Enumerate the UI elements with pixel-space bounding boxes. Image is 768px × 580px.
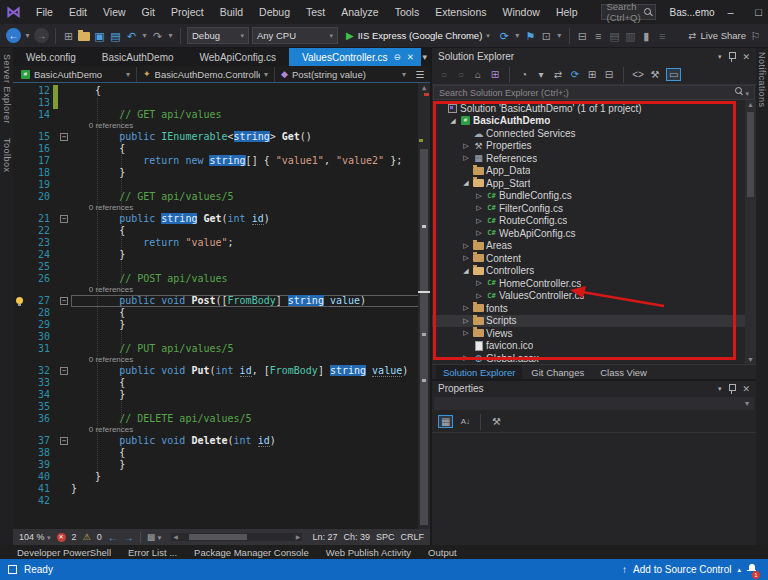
tree-item-webapiconfig-cs[interactable]: ▷C#WebApiConfig.cs (432, 227, 756, 240)
diff-margin-icon[interactable]: ▩ ▾ (147, 532, 162, 542)
start-debugging-button[interactable]: ▶IIS Express (Google Chrome)▾ (341, 30, 495, 41)
tree-item-content[interactable]: ▷Content (432, 252, 756, 265)
scroll-left-icon[interactable]: ◀ (173, 533, 178, 541)
switch-views-icon[interactable]: ⊞ (489, 69, 501, 80)
overflow-icon[interactable]: ≡ (656, 27, 669, 45)
tree-item-global-asax[interactable]: ▷⊕Global.asax (432, 352, 756, 364)
menu-tools[interactable]: Tools (388, 4, 427, 20)
warnings-icon[interactable]: ⚠ (83, 532, 91, 542)
bottom-tab-output[interactable]: Output (421, 547, 464, 558)
properties-wrench-icon[interactable]: ⚒ (649, 69, 661, 80)
expanded-icon[interactable]: ◢ (461, 267, 471, 275)
redo-caret[interactable]: ▾ (167, 27, 174, 45)
home-icon[interactable]: ⌂ (472, 69, 484, 80)
tree-item-favicon-ico[interactable]: favicon.ico (432, 340, 756, 353)
nav-project-dropdown[interactable]: # BasicAuthDemo▾ (15, 67, 137, 82)
code-editor[interactable]: 12 {1314 // GET api/values 0 references1… (13, 83, 430, 529)
nav-member-dropdown[interactable]: ◆ Post(string value)▾ (275, 67, 412, 82)
menu-project[interactable]: Project (164, 4, 211, 20)
outline-icon[interactable]: ⊟ (576, 27, 589, 45)
collapsed-icon[interactable]: ▷ (474, 192, 484, 200)
open-file-icon[interactable] (78, 32, 90, 41)
chevron-up-icon[interactable]: ▴ (737, 566, 741, 574)
expanded-icon[interactable]: ◢ (448, 117, 458, 125)
warning-count[interactable]: 0 (97, 532, 102, 542)
feedback-icon[interactable]: ⚐ (749, 27, 762, 45)
notifications-button[interactable]: 1 (747, 564, 756, 576)
bottom-tab-developer-powershell[interactable]: Developer PowerShell (10, 547, 118, 558)
uncomment-icon[interactable]: ▥ (624, 27, 637, 45)
properties-object-dropdown[interactable]: ▾ (434, 397, 754, 410)
refresh-caret[interactable]: ▾ (514, 27, 521, 45)
navigate-forward-icon[interactable]: → (124, 532, 134, 543)
comment-icon[interactable]: ▤ (608, 27, 621, 45)
window-position-dropdown-icon[interactable]: ▾ (718, 385, 722, 393)
editor-horizontal-scrollbar[interactable]: ◀ ▶ (171, 533, 302, 541)
indent-icon[interactable]: ≡ (592, 27, 605, 45)
scrollbar-thumb[interactable] (420, 149, 428, 525)
editor-vertical-scrollbar[interactable]: ▲ (418, 83, 430, 529)
collapsed-icon[interactable]: ▷ (474, 229, 484, 237)
categorized-icon[interactable]: ▦ (438, 415, 453, 428)
close-icon[interactable]: ✕ (742, 52, 750, 62)
collapsed-icon[interactable]: ▷ (461, 154, 471, 162)
collapsed-icon[interactable]: ▷ (474, 217, 484, 225)
nav-forward-icon[interactable]: → (34, 28, 49, 43)
collapsed-icon[interactable]: ▷ (461, 354, 471, 362)
quick-search-box[interactable]: Search (Ctrl+Q) (601, 4, 656, 20)
panel-tab-solution-explorer[interactable]: Solution Explorer (436, 365, 522, 379)
scroll-up-icon[interactable]: ▲ (745, 101, 756, 108)
doc-tab-basicauthdemo[interactable]: BasicAuthDemo (89, 48, 187, 66)
tree-item-views[interactable]: ▷Views (432, 327, 756, 340)
tab-list-dropdown-icon[interactable]: ▼ (421, 53, 429, 62)
browser-preview-icon[interactable]: ⊡ (540, 27, 553, 45)
forward-circle-icon[interactable]: ○ (455, 69, 467, 80)
pin-icon[interactable] (728, 384, 735, 394)
tree-item-basicauthdemo[interactable]: ◢#BasicAuthDemo (432, 115, 756, 128)
pin-icon[interactable] (728, 52, 735, 62)
pending-caret[interactable]: ▾ (535, 69, 547, 80)
tree-item-controllers[interactable]: ◢Controllers (432, 265, 756, 278)
view-code-icon[interactable]: <> (632, 69, 644, 80)
collapse-icon[interactable]: − (60, 215, 68, 223)
lightbulb-icon[interactable] (16, 297, 23, 304)
solution-explorer-search-box[interactable]: Search Solution Explorer (Ctrl+;) ▾ (433, 85, 755, 100)
tree-item-homecontroller-cs[interactable]: ▷C#HomeController.cs (432, 277, 756, 290)
collapsed-icon[interactable]: ▷ (461, 254, 471, 262)
collapsed-icon[interactable]: ▷ (474, 292, 484, 300)
nav-type-dropdown[interactable]: ✦ BasicAuthDemo.Controllers.\▾ (137, 67, 275, 82)
collapse-icon[interactable]: − (60, 297, 68, 305)
scroll-up-icon[interactable]: ▲ (418, 84, 430, 92)
side-tab-notifications[interactable]: Notifications (757, 52, 767, 108)
tree-item-solution-basicauthdemo-1-of-1-project-[interactable]: Solution 'BasicAuthDemo' (1 of 1 project… (432, 102, 756, 115)
preview-toggle-icon[interactable]: ▭ (666, 68, 681, 81)
menu-file[interactable]: File (29, 4, 60, 20)
nav-back-icon[interactable]: ← (6, 28, 21, 43)
save-icon[interactable]: ▣ (93, 27, 106, 45)
bookmark-icon[interactable]: ▮ (640, 27, 653, 45)
scrollbar-thumb[interactable] (747, 112, 754, 197)
undo-icon[interactable]: ↶ (125, 27, 138, 45)
bottom-tab-error-list-[interactable]: Error List ... (121, 547, 184, 558)
pin-icon[interactable]: ⊖ (394, 52, 401, 62)
tree-item-scripts[interactable]: ▷Scripts (432, 315, 756, 328)
redo-icon[interactable]: ↷ (151, 27, 164, 45)
collapsed-icon[interactable]: ▷ (461, 142, 471, 150)
menu-build[interactable]: Build (213, 4, 250, 20)
tree-scrollbar[interactable]: ▲ ▼ (745, 100, 756, 364)
nest-files-icon[interactable]: ⊞ (586, 69, 598, 80)
back-circle-icon[interactable]: ○ (438, 69, 450, 80)
debug-configuration-dropdown[interactable]: Debug▾ (187, 27, 249, 44)
property-pages-icon[interactable]: ⚒ (490, 416, 502, 427)
split-window-button[interactable]: ☰ (412, 69, 428, 80)
doc-tab-web-config[interactable]: Web.config (13, 48, 89, 66)
tree-item-app-start[interactable]: ◢App_Start (432, 177, 756, 190)
error-count[interactable]: 2 (72, 532, 77, 542)
tree-item-fonts[interactable]: ▷fonts (432, 302, 756, 315)
collapse-icon[interactable]: − (60, 133, 68, 141)
expanded-icon[interactable]: ◢ (461, 179, 471, 187)
preview-caret[interactable]: ▾ (556, 27, 563, 45)
doc-tab-valuescontroller-cs[interactable]: ValuesController.cs⊖✕ (289, 48, 421, 66)
collapsed-icon[interactable]: ▷ (461, 242, 471, 250)
new-project-icon[interactable]: ⊞ (62, 27, 75, 45)
